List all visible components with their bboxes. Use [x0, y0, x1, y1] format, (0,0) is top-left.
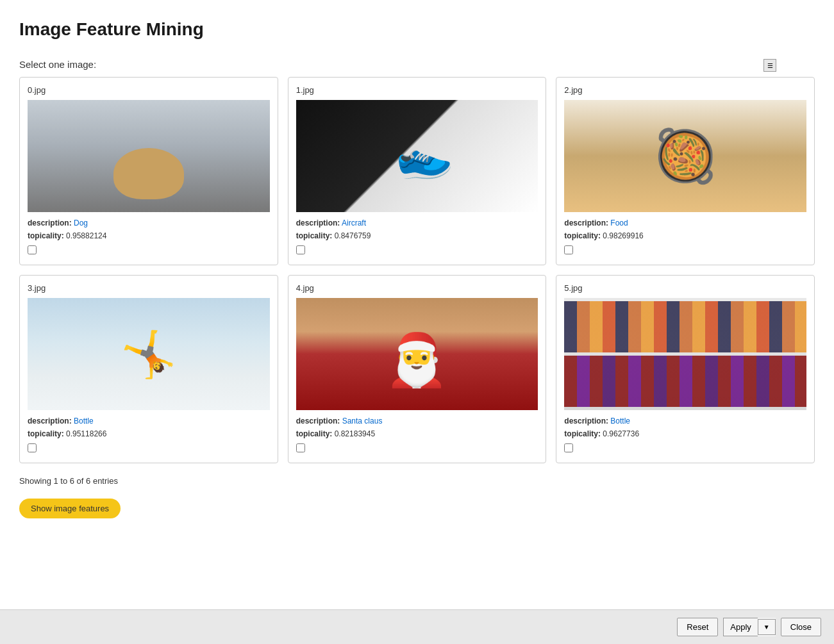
menu-button[interactable]: ☰ — [763, 59, 776, 72]
card-4-description: description: Santa claus — [296, 417, 538, 425]
card-4-title: 4.jpg — [296, 283, 538, 293]
card-5-title: 5.jpg — [564, 283, 806, 293]
card-3-title: 3.jpg — [28, 283, 270, 293]
card-0-desc-label: description: — [28, 219, 72, 227]
image-card-0: 0.jpg description: Dog topicality: 0.958… — [19, 77, 278, 265]
card-4-top-label: topicality: — [296, 429, 333, 438]
image-card-4: 4.jpg description: Santa claus topicalit… — [288, 275, 547, 463]
card-2-top-label: topicality: — [564, 231, 601, 240]
card-4-desc-value: Santa claus — [342, 417, 383, 425]
card-5-description: description: Bottle — [564, 417, 806, 425]
card-3-description: description: Bottle — [28, 417, 270, 425]
card-2-top-value: 0.98269916 — [603, 231, 643, 240]
card-0-desc-value: Dog — [74, 219, 88, 227]
card-5-image — [564, 298, 806, 410]
pagination-info: Showing 1 to 6 of 6 entries — [19, 476, 815, 486]
card-4-checkbox[interactable] — [296, 443, 305, 452]
card-0-topicality: topicality: 0.95882124 — [28, 231, 270, 240]
card-5-top-value: 0.9627736 — [603, 429, 639, 438]
card-2-checkbox[interactable] — [564, 245, 573, 254]
page-title: Image Feature Mining — [19, 19, 815, 40]
card-2-title: 2.jpg — [564, 85, 806, 95]
card-1-checkbox[interactable] — [296, 245, 305, 254]
card-3-image — [28, 298, 270, 410]
card-3-desc-value: Bottle — [74, 417, 94, 425]
card-2-desc-value: Food — [610, 219, 628, 227]
image-card-3: 3.jpg description: Bottle topicality: 0.… — [19, 275, 278, 463]
card-5-desc-label: description: — [564, 417, 608, 425]
section-label: Select one image: — [19, 59, 96, 70]
card-4-desc-label: description: — [296, 417, 340, 425]
card-2-topicality: topicality: 0.98269916 — [564, 231, 806, 240]
reset-button[interactable]: Reset — [677, 618, 718, 636]
card-1-title: 1.jpg — [296, 85, 538, 95]
card-1-image — [296, 100, 538, 212]
card-5-desc-value: Bottle — [610, 417, 630, 425]
card-0-checkbox[interactable] — [28, 245, 37, 254]
apply-button-group: Apply ▼ — [723, 618, 775, 636]
card-1-desc-value: Aircraft — [342, 219, 366, 227]
card-4-top-value: 0.82183945 — [335, 429, 375, 438]
card-0-description: description: Dog — [28, 219, 270, 227]
image-card-2: 2.jpg description: Food topicality: 0.98… — [556, 77, 815, 265]
apply-dropdown-arrow[interactable]: ▼ — [758, 619, 776, 635]
card-0-top-value: 0.95882124 — [66, 231, 106, 240]
card-4-topicality: topicality: 0.82183945 — [296, 429, 538, 438]
card-3-topicality: topicality: 0.95118266 — [28, 429, 270, 438]
card-3-top-value: 0.95118266 — [66, 429, 106, 438]
image-card-5: 5.jpg description: Bottle topicality: 0.… — [556, 275, 815, 463]
card-0-title: 0.jpg — [28, 85, 270, 95]
card-0-image — [28, 100, 270, 212]
image-card-1: 1.jpg description: Aircraft topicality: … — [288, 77, 547, 265]
card-3-checkbox[interactable] — [28, 443, 37, 452]
card-4-image — [296, 298, 538, 410]
card-2-image — [564, 100, 806, 212]
card-1-top-value: 0.8476759 — [335, 231, 371, 240]
card-2-desc-label: description: — [564, 219, 608, 227]
show-image-features-button[interactable]: Show image features — [19, 499, 121, 518]
card-2-description: description: Food — [564, 219, 806, 227]
card-0-top-label: topicality: — [28, 231, 64, 240]
footer-bar: Reset Apply ▼ Close — [0, 609, 834, 644]
apply-button[interactable]: Apply — [723, 618, 758, 636]
card-1-topicality: topicality: 0.8476759 — [296, 231, 538, 240]
card-5-checkbox[interactable] — [564, 443, 573, 452]
card-1-top-label: topicality: — [296, 231, 333, 240]
close-button[interactable]: Close — [781, 618, 821, 636]
image-grid: 0.jpg description: Dog topicality: 0.958… — [19, 77, 815, 463]
card-3-top-label: topicality: — [28, 429, 64, 438]
card-3-desc-label: description: — [28, 417, 72, 425]
card-5-top-label: topicality: — [564, 429, 601, 438]
card-1-description: description: Aircraft — [296, 219, 538, 227]
card-1-desc-label: description: — [296, 219, 340, 227]
card-5-topicality: topicality: 0.9627736 — [564, 429, 806, 438]
